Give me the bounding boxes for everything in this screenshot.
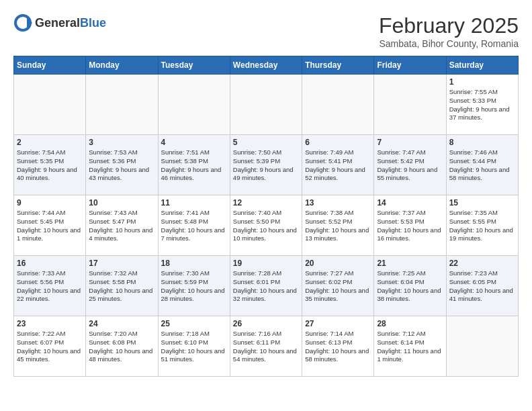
calendar-cell: 16Sunrise: 7:33 AM Sunset: 5:56 PM Dayli… <box>14 256 86 316</box>
calendar-cell <box>302 75 374 135</box>
calendar-cell: 13Sunrise: 7:38 AM Sunset: 5:52 PM Dayli… <box>302 195 374 256</box>
calendar-cell: 22Sunrise: 7:23 AM Sunset: 6:05 PM Dayli… <box>446 256 518 316</box>
weekday-header-friday: Friday <box>374 56 446 75</box>
day-number: 24 <box>89 319 154 328</box>
calendar-cell: 10Sunrise: 7:43 AM Sunset: 5:47 PM Dayli… <box>86 195 158 256</box>
day-number: 6 <box>305 138 371 147</box>
calendar-cell: 17Sunrise: 7:32 AM Sunset: 5:58 PM Dayli… <box>86 256 158 316</box>
day-info: Sunrise: 7:37 AM Sunset: 5:53 PM Dayligh… <box>377 209 443 243</box>
day-info: Sunrise: 7:23 AM Sunset: 6:05 PM Dayligh… <box>449 269 515 304</box>
location-subtitle: Sambata, Bihor County, Romania <box>379 38 519 49</box>
day-info: Sunrise: 7:55 AM Sunset: 5:33 PM Dayligh… <box>449 88 515 122</box>
day-number: 22 <box>449 259 515 268</box>
day-number: 2 <box>17 138 83 147</box>
day-number: 3 <box>89 138 154 147</box>
day-number: 8 <box>449 138 515 147</box>
calendar-cell <box>158 75 230 135</box>
week-row-1: 1Sunrise: 7:55 AM Sunset: 5:33 PM Daylig… <box>14 75 519 135</box>
calendar-cell <box>86 75 158 135</box>
day-number: 20 <box>305 259 371 268</box>
day-info: Sunrise: 7:44 AM Sunset: 5:45 PM Dayligh… <box>17 209 83 243</box>
calendar-cell <box>14 75 86 135</box>
weekday-header-thursday: Thursday <box>302 56 374 75</box>
calendar-cell: 11Sunrise: 7:41 AM Sunset: 5:48 PM Dayli… <box>158 195 230 256</box>
logo-icon <box>13 13 32 32</box>
day-number: 13 <box>305 198 371 208</box>
calendar-cell: 26Sunrise: 7:16 AM Sunset: 6:11 PM Dayli… <box>230 316 302 377</box>
calendar-cell: 20Sunrise: 7:27 AM Sunset: 6:02 PM Dayli… <box>302 256 374 316</box>
day-number: 25 <box>161 319 227 328</box>
calendar-cell <box>446 316 518 377</box>
day-number: 27 <box>305 319 371 328</box>
week-row-3: 9Sunrise: 7:44 AM Sunset: 5:45 PM Daylig… <box>14 195 519 256</box>
day-number: 18 <box>161 259 227 268</box>
day-info: Sunrise: 7:35 AM Sunset: 5:55 PM Dayligh… <box>449 209 515 243</box>
day-info: Sunrise: 7:12 AM Sunset: 6:14 PM Dayligh… <box>377 330 443 364</box>
calendar-cell: 23Sunrise: 7:22 AM Sunset: 6:07 PM Dayli… <box>14 316 86 377</box>
day-info: Sunrise: 7:33 AM Sunset: 5:56 PM Dayligh… <box>17 269 83 304</box>
day-info: Sunrise: 7:22 AM Sunset: 6:07 PM Dayligh… <box>17 330 83 364</box>
day-info: Sunrise: 7:32 AM Sunset: 5:58 PM Dayligh… <box>89 269 154 304</box>
calendar-cell: 27Sunrise: 7:14 AM Sunset: 6:13 PM Dayli… <box>302 316 374 377</box>
day-number: 14 <box>377 198 443 208</box>
calendar-cell: 8Sunrise: 7:46 AM Sunset: 5:44 PM Daylig… <box>446 135 518 195</box>
logo-general: General <box>35 16 80 30</box>
day-number: 28 <box>377 319 443 328</box>
day-info: Sunrise: 7:27 AM Sunset: 6:02 PM Dayligh… <box>305 269 371 304</box>
logo-blue: Blue <box>80 16 106 30</box>
day-info: Sunrise: 7:40 AM Sunset: 5:50 PM Dayligh… <box>233 209 299 243</box>
calendar-cell: 6Sunrise: 7:49 AM Sunset: 5:41 PM Daylig… <box>302 135 374 195</box>
weekday-header-saturday: Saturday <box>446 56 518 75</box>
calendar-cell: 15Sunrise: 7:35 AM Sunset: 5:55 PM Dayli… <box>446 195 518 256</box>
week-row-4: 16Sunrise: 7:33 AM Sunset: 5:56 PM Dayli… <box>14 256 519 316</box>
calendar-cell: 2Sunrise: 7:54 AM Sunset: 5:35 PM Daylig… <box>14 135 86 195</box>
day-info: Sunrise: 7:51 AM Sunset: 5:38 PM Dayligh… <box>161 148 227 183</box>
logo: GeneralBlue <box>13 13 106 32</box>
day-number: 23 <box>17 319 83 328</box>
day-info: Sunrise: 7:41 AM Sunset: 5:48 PM Dayligh… <box>161 209 227 243</box>
day-info: Sunrise: 7:49 AM Sunset: 5:41 PM Dayligh… <box>305 148 371 183</box>
calendar-cell: 19Sunrise: 7:28 AM Sunset: 6:01 PM Dayli… <box>230 256 302 316</box>
calendar-cell: 4Sunrise: 7:51 AM Sunset: 5:38 PM Daylig… <box>158 135 230 195</box>
day-number: 7 <box>377 138 443 147</box>
day-number: 16 <box>17 259 83 268</box>
day-number: 26 <box>233 319 299 328</box>
calendar-cell: 5Sunrise: 7:50 AM Sunset: 5:39 PM Daylig… <box>230 135 302 195</box>
day-number: 11 <box>161 198 227 208</box>
day-info: Sunrise: 7:53 AM Sunset: 5:36 PM Dayligh… <box>89 148 154 183</box>
page-header: GeneralBlue February 2025 Sambata, Bihor… <box>13 13 519 49</box>
day-info: Sunrise: 7:18 AM Sunset: 6:10 PM Dayligh… <box>161 330 227 364</box>
calendar-cell: 24Sunrise: 7:20 AM Sunset: 6:08 PM Dayli… <box>86 316 158 377</box>
week-row-5: 23Sunrise: 7:22 AM Sunset: 6:07 PM Dayli… <box>14 316 519 377</box>
day-number: 4 <box>161 138 227 147</box>
calendar-cell: 7Sunrise: 7:47 AM Sunset: 5:42 PM Daylig… <box>374 135 446 195</box>
calendar-cell <box>230 75 302 135</box>
day-number: 19 <box>233 259 299 268</box>
day-info: Sunrise: 7:50 AM Sunset: 5:39 PM Dayligh… <box>233 148 299 183</box>
day-info: Sunrise: 7:14 AM Sunset: 6:13 PM Dayligh… <box>305 330 371 364</box>
day-info: Sunrise: 7:47 AM Sunset: 5:42 PM Dayligh… <box>377 148 443 183</box>
month-title: February 2025 <box>379 13 519 38</box>
weekday-header-row: SundayMondayTuesdayWednesdayThursdayFrid… <box>14 56 519 75</box>
calendar-cell: 12Sunrise: 7:40 AM Sunset: 5:50 PM Dayli… <box>230 195 302 256</box>
calendar-cell <box>374 75 446 135</box>
day-info: Sunrise: 7:28 AM Sunset: 6:01 PM Dayligh… <box>233 269 299 304</box>
day-info: Sunrise: 7:43 AM Sunset: 5:47 PM Dayligh… <box>89 209 154 243</box>
day-number: 15 <box>449 198 515 208</box>
day-number: 5 <box>233 138 299 147</box>
day-number: 1 <box>449 77 515 87</box>
day-info: Sunrise: 7:25 AM Sunset: 6:04 PM Dayligh… <box>377 269 443 304</box>
day-info: Sunrise: 7:46 AM Sunset: 5:44 PM Dayligh… <box>449 148 515 183</box>
weekday-header-wednesday: Wednesday <box>230 56 302 75</box>
calendar-cell: 21Sunrise: 7:25 AM Sunset: 6:04 PM Dayli… <box>374 256 446 316</box>
week-row-2: 2Sunrise: 7:54 AM Sunset: 5:35 PM Daylig… <box>14 135 519 195</box>
calendar-cell: 28Sunrise: 7:12 AM Sunset: 6:14 PM Dayli… <box>374 316 446 377</box>
calendar-cell: 25Sunrise: 7:18 AM Sunset: 6:10 PM Dayli… <box>158 316 230 377</box>
day-info: Sunrise: 7:38 AM Sunset: 5:52 PM Dayligh… <box>305 209 371 243</box>
weekday-header-sunday: Sunday <box>14 56 86 75</box>
calendar-cell: 1Sunrise: 7:55 AM Sunset: 5:33 PM Daylig… <box>446 75 518 135</box>
day-info: Sunrise: 7:16 AM Sunset: 6:11 PM Dayligh… <box>233 330 299 364</box>
calendar-cell: 9Sunrise: 7:44 AM Sunset: 5:45 PM Daylig… <box>14 195 86 256</box>
day-info: Sunrise: 7:20 AM Sunset: 6:08 PM Dayligh… <box>89 330 154 364</box>
day-info: Sunrise: 7:54 AM Sunset: 5:35 PM Dayligh… <box>17 148 83 183</box>
